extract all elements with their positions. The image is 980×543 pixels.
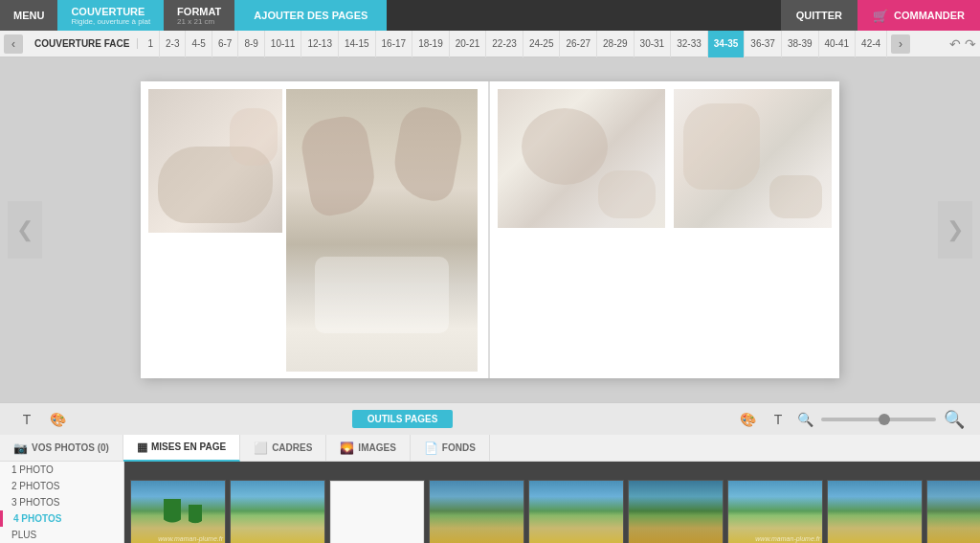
- tab-6-7[interactable]: 6-7: [212, 31, 238, 57]
- thumbnail-1[interactable]: www.maman-plume.fr: [130, 480, 226, 544]
- thumbnail-5[interactable]: [528, 480, 624, 544]
- tools-right: 🎨 T 🔍 🔍: [736, 408, 965, 431]
- tab-1[interactable]: 1: [142, 31, 160, 57]
- quitter-button[interactable]: QUITTER: [781, 0, 858, 31]
- tab-18-19[interactable]: 18-19: [412, 31, 450, 57]
- ajouter-button[interactable]: AJOUTER DES PAGES: [234, 0, 387, 31]
- active-indicator: [0, 510, 3, 527]
- tab-10-11[interactable]: 10-11: [265, 31, 302, 57]
- zoom-slider[interactable]: [821, 418, 936, 421]
- sidebar-item-3photos[interactable]: 3 PHOTOS: [0, 494, 123, 510]
- tab-28-29[interactable]: 28-29: [597, 31, 635, 57]
- tab-32-33[interactable]: 32-33: [671, 31, 708, 57]
- tab-24-25[interactable]: 24-25: [523, 31, 561, 57]
- thumbnail-7[interactable]: www.maman-plume.fr: [727, 480, 823, 544]
- sidebar-item-4photos-wrap: 4 PHOTOS: [0, 510, 123, 527]
- left-sidebar: 1 PHOTO 2 PHOTOS 3 PHOTOS 4 PHOTOS PLUS: [0, 462, 124, 543]
- watermark-1: www.maman-plume.fr: [158, 535, 223, 542]
- zoom-out-icon[interactable]: 🔍: [797, 412, 813, 427]
- couverture-tab[interactable]: COUVERTURE Rigide, ouverture à plat: [57, 0, 164, 31]
- thumbnail-3[interactable]: [329, 480, 425, 544]
- text-tool-right[interactable]: T: [767, 408, 790, 431]
- watermark-7: www.maman-plume.fr: [755, 535, 820, 542]
- tab-8-9[interactable]: 8-9: [238, 31, 264, 57]
- panel-tab-vos-photos[interactable]: 📷 VOS PHOTOS (0): [0, 435, 123, 462]
- menu-button[interactable]: MENU: [0, 0, 57, 31]
- sidebar-item-plus[interactable]: PLUS: [0, 527, 123, 543]
- page-tabs: ‹ COUVERTURE FACE 1 2-3 4-5 6-7 8-9 10-1…: [0, 31, 980, 57]
- tab-38-39[interactable]: 38-39: [782, 31, 819, 57]
- tab-40-41[interactable]: 40-41: [819, 31, 857, 57]
- sidebar-item-1photo[interactable]: 1 PHOTO: [0, 462, 123, 478]
- palette-tool-left[interactable]: 🎨: [46, 408, 69, 431]
- thumbnail-4[interactable]: [429, 480, 524, 544]
- tab-4-5[interactable]: 4-5: [186, 31, 212, 57]
- page-left[interactable]: [141, 81, 490, 378]
- format-tab[interactable]: FORMAT 21 x 21 cm: [164, 0, 234, 31]
- panel-tab-cadres[interactable]: ⬜ CADRES: [240, 435, 326, 462]
- commander-button[interactable]: 🛒 COMMANDER: [858, 0, 980, 31]
- tab-22-23[interactable]: 22-23: [486, 31, 523, 57]
- tools-left: T 🎨: [15, 408, 69, 431]
- photo-top-left[interactable]: [148, 89, 282, 233]
- images-icon: 🌄: [340, 441, 354, 455]
- tab-cover-face[interactable]: COUVERTURE FACE: [27, 38, 138, 49]
- photo-right-top[interactable]: [498, 89, 665, 228]
- page-right[interactable]: [490, 81, 839, 378]
- palette-tool-right[interactable]: 🎨: [736, 408, 759, 431]
- canvas-area: ❮: [0, 57, 980, 402]
- panel-content: 1 PHOTO 2 PHOTOS 3 PHOTOS 4 PHOTOS PLUS …: [0, 462, 980, 543]
- thumbnail-8[interactable]: [827, 480, 923, 544]
- next-page-arrow[interactable]: ❯: [938, 201, 972, 259]
- tab-16-17[interactable]: 16-17: [376, 31, 413, 57]
- tab-34-35[interactable]: 34-35: [708, 31, 746, 57]
- photo-right-bottom[interactable]: [674, 89, 832, 228]
- thumbnail-9[interactable]: [926, 480, 980, 544]
- outils-pages-button[interactable]: OUTILS PAGES: [352, 410, 454, 428]
- panel-tabs: 📷 VOS PHOTOS (0) ▦ MISES EN PAGE ⬜ CADRE…: [0, 435, 980, 462]
- thumbnail-strip: www.maman-plume.fr: [124, 462, 980, 543]
- book-spread: [141, 81, 839, 378]
- undo-redo-group: ↶ ↷: [949, 36, 976, 52]
- tab-20-21[interactable]: 20-21: [450, 31, 487, 57]
- thumbnail-6[interactable]: [628, 480, 724, 544]
- tab-26-27[interactable]: 26-27: [560, 31, 597, 57]
- undo-button[interactable]: ↶: [949, 36, 961, 52]
- photo-main-center[interactable]: [286, 89, 478, 372]
- panel-tab-mises-en-page[interactable]: ▦ MISES EN PAGE: [123, 435, 240, 462]
- redo-button[interactable]: ↷: [965, 36, 976, 52]
- tabs-next-arrow[interactable]: ›: [891, 34, 910, 54]
- panel-tab-fonds[interactable]: 📄 FONDS: [411, 435, 490, 462]
- fonds-icon: 📄: [424, 441, 438, 455]
- zoom-in-icon[interactable]: 🔍: [944, 409, 965, 430]
- tab-30-31[interactable]: 30-31: [635, 31, 672, 57]
- tools-bar: T 🎨 OUTILS PAGES 🎨 T 🔍 🔍: [0, 402, 980, 435]
- cart-icon: 🛒: [873, 9, 888, 23]
- tab-36-37[interactable]: 36-37: [745, 31, 782, 57]
- prev-page-arrow[interactable]: ❮: [8, 201, 42, 259]
- cadres-icon: ⬜: [254, 441, 268, 455]
- top-nav: MENU COUVERTURE Rigide, ouverture à plat…: [0, 0, 980, 31]
- tab-42[interactable]: 42-4: [856, 31, 887, 57]
- text-tool-left[interactable]: T: [15, 408, 38, 431]
- thumbnail-2[interactable]: [230, 480, 325, 544]
- bottom-panel: 📷 VOS PHOTOS (0) ▦ MISES EN PAGE ⬜ CADRE…: [0, 435, 980, 543]
- photos-icon: 📷: [13, 441, 28, 455]
- zoom-handle[interactable]: [879, 414, 890, 425]
- sidebar-item-4photos[interactable]: 4 PHOTOS: [0, 510, 73, 527]
- tab-14-15[interactable]: 14-15: [339, 31, 376, 57]
- tabs-prev-arrow[interactable]: ‹: [4, 34, 23, 54]
- panel-tab-images[interactable]: 🌄 IMAGES: [326, 435, 410, 462]
- layout-icon: ▦: [137, 441, 147, 454]
- tab-12-13[interactable]: 12-13: [301, 31, 339, 57]
- sidebar-item-2photos[interactable]: 2 PHOTOS: [0, 478, 123, 494]
- tab-2-3[interactable]: 2-3: [160, 31, 186, 57]
